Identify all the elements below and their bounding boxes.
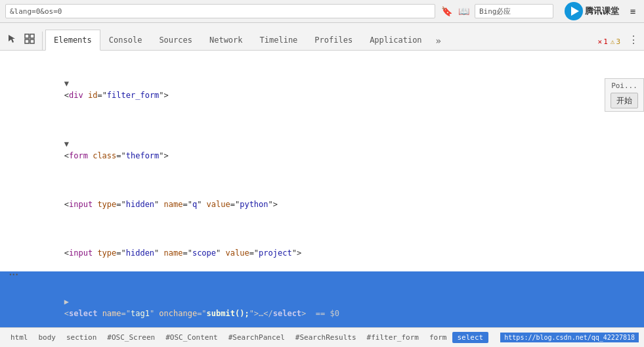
svg-rect-6: [30, 39, 34, 43]
line-content: ▼ <div id="filter_form">: [24, 54, 644, 113]
more-tabs-button[interactable]: »: [431, 32, 446, 50]
poi-panel: Poi... 开始: [605, 78, 644, 112]
cursor-select-icon[interactable]: [5, 32, 20, 46]
line-content: <input type="hidden" name="scope" value=…: [24, 223, 644, 271]
line-content: ▼ <form class="theform">: [24, 114, 644, 174]
error-badge: ✕ 1: [598, 37, 608, 46]
devtools-icons: [3, 32, 43, 50]
breadcrumb-select[interactable]: select: [452, 332, 489, 343]
svg-rect-3: [25, 34, 29, 38]
html-viewer: ▼ <div id="filter_form"> ▼ <form class="…: [0, 51, 644, 327]
breadcrumb-section[interactable]: section: [61, 332, 102, 343]
bottom-csdn-link[interactable]: https://blog.csdn.net/qq_42227818: [500, 333, 639, 342]
tab-timeline[interactable]: Timeline: [251, 29, 307, 50]
devtools-tabs-bar: Elements Console Sources Network Timelin…: [0, 23, 644, 51]
bing-search-bar[interactable]: Bing必应: [475, 4, 553, 18]
expand-arrow[interactable]: ▼: [64, 139, 69, 149]
warning-badge: ⚠ 3: [611, 37, 620, 46]
devtools-menu-icon[interactable]: ⋮: [626, 34, 641, 50]
history-icon[interactable]: 📖: [458, 5, 469, 17]
breadcrumb-html[interactable]: html: [5, 332, 33, 343]
breadcrumb-body[interactable]: body: [33, 332, 62, 343]
tencent-name: 腾讯课堂: [585, 5, 619, 17]
breadcrumb-filter-form[interactable]: #filter_form: [362, 332, 424, 343]
tab-elements[interactable]: Elements: [45, 30, 100, 51]
tencent-logo: 腾讯课堂: [564, 1, 619, 21]
breadcrumb-form[interactable]: form: [424, 332, 452, 343]
html-line[interactable]: <input type="hidden" name="scope" value=…: [0, 223, 644, 271]
html-line[interactable]: ▼ <div id="filter_form">: [0, 53, 644, 114]
url-text: &lang=0&os=0: [10, 7, 62, 16]
html-line-selected[interactable]: ▶ <select name="tag1" onchange="submit()…: [0, 271, 644, 327]
error-x-icon: ✕: [598, 37, 603, 46]
line-content: ▶ <select name="tag1" onchange="submit()…: [24, 272, 644, 327]
tab-profiles[interactable]: Profiles: [306, 29, 361, 50]
html-line[interactable]: <input type="hidden" name="q" value="pyt…: [0, 174, 644, 223]
tab-application[interactable]: Application: [361, 29, 430, 50]
breadcrumb-search-results[interactable]: #SearchResults: [290, 332, 362, 343]
svg-rect-4: [30, 34, 34, 38]
expand-arrow[interactable]: ▶: [64, 297, 69, 306]
breadcrumb-osc-screen[interactable]: #OSC_Screen: [102, 332, 160, 343]
browser-bar: &lang=0&os=0 🔖 📖 Bing必应 腾讯课堂 ≡: [0, 0, 644, 23]
breadcrumb-search-pancel[interactable]: #SearchPancel: [223, 332, 290, 343]
tab-sources[interactable]: Sources: [150, 29, 201, 50]
menu-icon[interactable]: ≡: [627, 5, 639, 17]
tab-network[interactable]: Network: [201, 29, 251, 50]
url-bar[interactable]: &lang=0&os=0: [5, 4, 435, 18]
error-warning-badges: ✕ 1 ⚠ 3: [593, 37, 626, 50]
poi-start-button[interactable]: 开始: [611, 93, 638, 108]
html-line[interactable]: ▼ <form class="theform">: [0, 114, 644, 174]
poi-label: Poi...: [611, 81, 637, 90]
line-gutter-dots: [0, 272, 24, 278]
breadcrumb-osc-content[interactable]: #OSC_Content: [160, 332, 223, 343]
expand-arrow[interactable]: ▼: [64, 79, 69, 88]
line-content: <input type="hidden" name="q" value="pyt…: [24, 175, 644, 222]
inspect-icon[interactable]: [22, 32, 37, 46]
tencent-play-icon: [564, 1, 584, 21]
warning-triangle-icon: ⚠: [611, 37, 615, 46]
bookmark-icon[interactable]: 🔖: [440, 5, 452, 17]
bing-text: Bing必应: [479, 7, 511, 16]
svg-rect-5: [25, 39, 29, 43]
tab-console[interactable]: Console: [100, 29, 151, 50]
svg-marker-2: [9, 35, 15, 43]
breadcrumb-bar: html body section #OSC_Screen #OSC_Conte…: [0, 327, 644, 347]
